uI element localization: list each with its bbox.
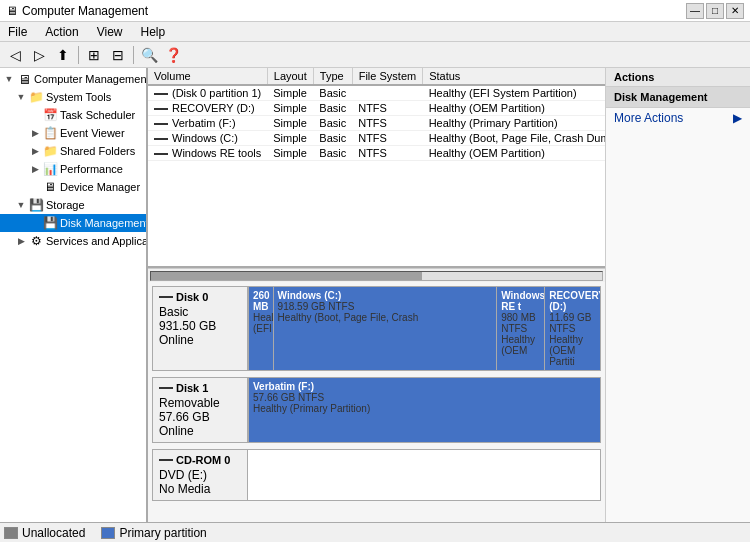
- device-icon: 🖥: [42, 179, 58, 195]
- properties-button[interactable]: ⊟: [107, 44, 129, 66]
- scroll-thumb[interactable]: [151, 272, 422, 280]
- more-actions-label: More Actions: [614, 111, 683, 125]
- disk-partition[interactable]: 260 MBHealthy (EFI: [248, 287, 273, 370]
- disk-icon: 💾: [42, 215, 58, 231]
- right-panel: Volume Layout Type File System Status (D…: [148, 68, 605, 522]
- tree-item-disk-management[interactable]: 💾 Disk Management: [0, 214, 146, 232]
- col-filesystem[interactable]: File System: [352, 68, 422, 85]
- volume-table: Volume Layout Type File System Status (D…: [148, 68, 605, 161]
- disk-partitions: 260 MBHealthy (EFIWindows (C:)918.59 GB …: [248, 287, 600, 370]
- back-button[interactable]: ◁: [4, 44, 26, 66]
- close-button[interactable]: ✕: [726, 3, 744, 19]
- disk-label: Disk 1 Removable 57.66 GB Online: [153, 378, 248, 442]
- tree-item-performance[interactable]: ▶ 📊 Performance: [0, 160, 146, 178]
- tree-item-device-manager[interactable]: 🖥 Device Manager: [0, 178, 146, 196]
- forward-button[interactable]: ▷: [28, 44, 50, 66]
- tree-item-storage[interactable]: ▼ 💾 Storage: [0, 196, 146, 214]
- cell-type: Basic: [313, 146, 352, 161]
- scroll-track[interactable]: [150, 271, 603, 281]
- cell-volume: Windows (C:): [148, 131, 267, 146]
- tree-label: Shared Folders: [60, 145, 135, 157]
- col-type[interactable]: Type: [313, 68, 352, 85]
- toggle-icon: ▶: [28, 164, 42, 174]
- show-hide-button[interactable]: ⊞: [83, 44, 105, 66]
- cell-type: Basic: [313, 85, 352, 101]
- minimize-button[interactable]: —: [686, 3, 704, 19]
- cell-volume: Windows RE tools: [148, 146, 267, 161]
- cell-status: Healthy (OEM Partition): [423, 101, 605, 116]
- tree-item-computer-management[interactable]: ▼ 🖥 Computer Management (Local: [0, 70, 146, 88]
- cdrom-empty: [248, 450, 600, 500]
- col-status[interactable]: Status: [423, 68, 605, 85]
- disk-row: Disk 1 Removable 57.66 GB Online Verbati…: [152, 377, 601, 443]
- disk-partition[interactable]: Windows RE t980 MB NTFSHealthy (OEM: [496, 287, 544, 370]
- tree-item-event-viewer[interactable]: ▶ 📋 Event Viewer: [0, 124, 146, 142]
- cell-volume: (Disk 0 partition 1): [148, 85, 267, 101]
- menu-view[interactable]: View: [93, 24, 127, 40]
- menu-help[interactable]: Help: [137, 24, 170, 40]
- more-actions-link[interactable]: More Actions ▶: [606, 108, 750, 128]
- cell-type: Basic: [313, 101, 352, 116]
- disk-partition[interactable]: Windows (C:)918.59 GB NTFSHealthy (Boot,…: [273, 287, 497, 370]
- disk-label: CD-ROM 0 DVD (E:) No Media: [153, 450, 248, 500]
- disk-partition[interactable]: Verbatim (F:)57.66 GB NTFSHealthy (Prima…: [248, 378, 600, 442]
- cell-filesystem: NTFS: [352, 131, 422, 146]
- toggle-icon: ▶: [28, 128, 42, 138]
- search-button[interactable]: 🔍: [138, 44, 160, 66]
- toggle-icon: ▼: [14, 200, 28, 210]
- toolbar-separator-2: [133, 46, 134, 64]
- toolbar-separator-1: [78, 46, 79, 64]
- storage-icon: 💾: [28, 197, 44, 213]
- cell-layout: Simple: [267, 116, 313, 131]
- disk-row: CD-ROM 0 DVD (E:) No Media: [152, 449, 601, 501]
- tree-label: Computer Management (Local: [34, 73, 148, 85]
- help-button[interactable]: ❓: [162, 44, 184, 66]
- perf-icon: 📊: [42, 161, 58, 177]
- tree-item-shared-folders[interactable]: ▶ 📁 Shared Folders: [0, 142, 146, 160]
- col-layout[interactable]: Layout: [267, 68, 313, 85]
- tree-label: Device Manager: [60, 181, 140, 193]
- cell-filesystem: NTFS: [352, 116, 422, 131]
- title-bar: 🖥 Computer Management — □ ✕: [0, 0, 750, 22]
- table-row[interactable]: Windows RE toolsSimpleBasicNTFSHealthy (…: [148, 146, 605, 161]
- horizontal-scrollbar[interactable]: [148, 268, 605, 282]
- toggle-icon: ▼: [14, 92, 28, 102]
- table-row[interactable]: Verbatim (F:)SimpleBasicNTFSHealthy (Pri…: [148, 116, 605, 131]
- cell-status: Healthy (EFI System Partition): [423, 85, 605, 101]
- toggle-icon: ▼: [2, 74, 16, 84]
- actions-panel: Actions Disk Management More Actions ▶: [605, 68, 750, 522]
- col-volume[interactable]: Volume: [148, 68, 267, 85]
- tree-label: Task Scheduler: [60, 109, 135, 121]
- maximize-button[interactable]: □: [706, 3, 724, 19]
- menu-bar: File Action View Help: [0, 22, 750, 42]
- cell-status: Healthy (Primary Partition): [423, 116, 605, 131]
- shared-icon: 📁: [42, 143, 58, 159]
- event-icon: 📋: [42, 125, 58, 141]
- table-area[interactable]: Volume Layout Type File System Status (D…: [148, 68, 605, 268]
- cell-status: Healthy (Boot, Page File, Crash Dump, Pr…: [423, 131, 605, 146]
- computer-icon: 🖥: [16, 71, 32, 87]
- status-bar: Unallocated Primary partition: [0, 522, 750, 542]
- table-row[interactable]: Windows (C:)SimpleBasicNTFSHealthy (Boot…: [148, 131, 605, 146]
- table-row[interactable]: RECOVERY (D:)SimpleBasicNTFSHealthy (OEM…: [148, 101, 605, 116]
- actions-header: Actions: [606, 68, 750, 87]
- disk-area[interactable]: Disk 0 Basic 931.50 GB Online 260 MBHeal…: [148, 282, 605, 522]
- window-title: Computer Management: [22, 4, 686, 18]
- tree-item-system-tools[interactable]: ▼ 📁 System Tools: [0, 88, 146, 106]
- tree-label: Services and Applications: [46, 235, 148, 247]
- menu-file[interactable]: File: [4, 24, 31, 40]
- tree-item-task-scheduler[interactable]: 📅 Task Scheduler: [0, 106, 146, 124]
- cell-volume: RECOVERY (D:): [148, 101, 267, 116]
- cell-type: Basic: [313, 131, 352, 146]
- tree-item-services[interactable]: ▶ ⚙ Services and Applications: [0, 232, 146, 250]
- menu-action[interactable]: Action: [41, 24, 82, 40]
- toggle-icon: ▶: [14, 236, 28, 246]
- window-controls[interactable]: — □ ✕: [686, 3, 744, 19]
- actions-section-title: Disk Management: [606, 87, 750, 108]
- disk-partition[interactable]: RECOVERY (D:)11.69 GB NTFSHealthy (OEM P…: [544, 287, 600, 370]
- disk-row: Disk 0 Basic 931.50 GB Online 260 MBHeal…: [152, 286, 601, 371]
- disk-label: Disk 0 Basic 931.50 GB Online: [153, 287, 248, 370]
- up-button[interactable]: ⬆: [52, 44, 74, 66]
- table-row[interactable]: (Disk 0 partition 1)SimpleBasicHealthy (…: [148, 85, 605, 101]
- main-layout: ▼ 🖥 Computer Management (Local ▼ 📁 Syste…: [0, 68, 750, 522]
